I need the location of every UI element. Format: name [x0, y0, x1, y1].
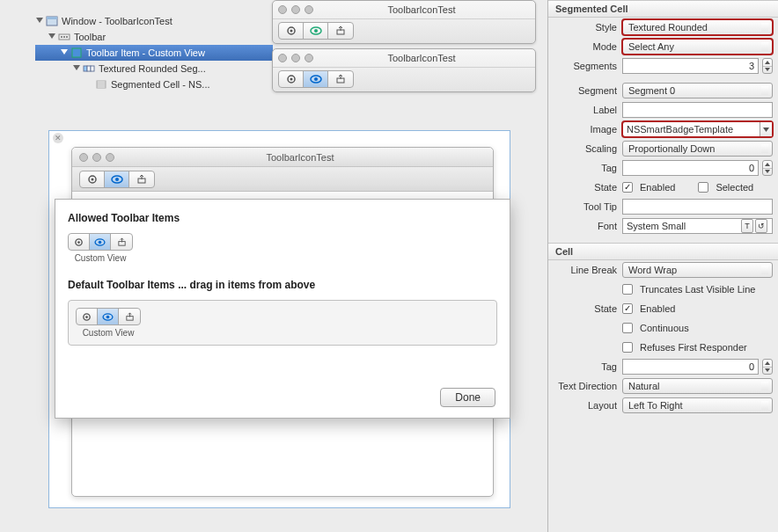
- label-state: State: [554, 182, 622, 193]
- segment-gear[interactable]: [69, 234, 90, 250]
- segment-gear[interactable]: [80, 171, 105, 187]
- customize-toolbar-sheet: Allowed Toolbar Items Custom View Defaul…: [55, 199, 510, 419]
- chevron-down-icon[interactable]: [760, 122, 772, 136]
- svg-point-21: [314, 29, 318, 33]
- tree-row-segmented-cell[interactable]: Segmented Cell - NS...: [35, 77, 273, 92]
- item-caption: Custom View: [68, 253, 133, 263]
- continuous-label: Continuous: [640, 323, 689, 333]
- svg-marker-52: [762, 145, 767, 149]
- svg-marker-3: [48, 33, 55, 39]
- segments-stepper[interactable]: [762, 58, 773, 74]
- layout-popup[interactable]: Left To Right: [622, 397, 773, 413]
- segmented-control[interactable]: [278, 70, 354, 88]
- done-button[interactable]: Done: [440, 388, 495, 407]
- disclosure-triangle-icon[interactable]: [60, 48, 69, 57]
- cell-enabled-checkbox[interactable]: [622, 303, 633, 314]
- svg-point-41: [106, 315, 110, 318]
- refuses-checkbox[interactable]: [622, 342, 633, 353]
- svg-marker-55: [765, 170, 770, 173]
- tag-field[interactable]: [622, 160, 759, 176]
- allowed-heading: Allowed Toolbar Items: [68, 212, 497, 224]
- tree-row-window[interactable]: Window - ToolbarIconTest: [35, 13, 273, 29]
- cell-tag-stepper[interactable]: [762, 359, 773, 375]
- allowed-item[interactable]: [68, 233, 133, 251]
- font-restore-button[interactable]: ↺: [755, 219, 767, 233]
- svg-rect-12: [87, 66, 91, 71]
- segmented-control[interactable]: [278, 22, 354, 40]
- svg-marker-48: [765, 68, 770, 71]
- label-scaling: Scaling: [554, 143, 622, 154]
- window-title: ToolbarIconTest: [313, 53, 530, 63]
- label-mode: Mode: [554, 41, 622, 52]
- toolbar-item-icon: [70, 47, 83, 59]
- segment-popup[interactable]: Segment 0: [622, 83, 773, 98]
- outline-tree: Window - ToolbarIconTest Toolbar Toolbar…: [35, 13, 273, 92]
- svg-marker-53: [762, 149, 767, 152]
- segment-share[interactable]: [328, 71, 353, 87]
- label-field[interactable]: [622, 102, 773, 118]
- selected-checkbox[interactable]: [698, 182, 708, 193]
- disclosure-triangle-icon[interactable]: [72, 64, 81, 73]
- label-tag: Tag: [554, 163, 622, 173]
- label-style: Style: [554, 22, 622, 33]
- tooltip-field[interactable]: [622, 199, 773, 215]
- close-icon[interactable]: ✕: [53, 133, 63, 143]
- label-linebreak: Line Break: [554, 265, 622, 275]
- tag-stepper[interactable]: [762, 160, 773, 176]
- svg-point-34: [77, 241, 80, 244]
- enabled-checkbox[interactable]: [622, 182, 633, 193]
- svg-marker-58: [765, 361, 770, 365]
- tree-row-toolbar[interactable]: Toolbar: [35, 29, 273, 45]
- continuous-checkbox[interactable]: [622, 323, 633, 333]
- refuses-label: Refuses First Responder: [640, 342, 747, 353]
- traffic-lights: [278, 54, 313, 62]
- image-combo[interactable]: NSSmartBadgeTemplate: [622, 121, 773, 137]
- svg-marker-62: [762, 402, 767, 405]
- mode-popup[interactable]: Select Any: [622, 39, 773, 55]
- window-title: ToolbarIconTest: [114, 152, 486, 163]
- svg-point-29: [91, 178, 93, 180]
- textdir-popup[interactable]: Natural: [622, 378, 773, 394]
- tree-label: Window - ToolbarIconTest: [62, 16, 172, 26]
- label-image: Image: [554, 124, 622, 135]
- traffic-lights: [278, 5, 313, 14]
- svg-marker-47: [765, 61, 770, 64]
- style-popup[interactable]: Textured Rounded: [622, 19, 773, 35]
- segment-eye[interactable]: [90, 234, 111, 250]
- cell-tag-field[interactable]: [622, 359, 759, 375]
- segment-gear[interactable]: [279, 23, 304, 39]
- segment-eye[interactable]: [98, 309, 119, 324]
- disclosure-triangle-icon[interactable]: [48, 33, 56, 41]
- segment-eye[interactable]: [304, 71, 328, 87]
- toolbar-icon: [58, 31, 70, 43]
- linebreak-popup[interactable]: Word Wrap: [622, 262, 773, 278]
- svg-marker-45: [762, 43, 767, 47]
- segments-field[interactable]: [622, 58, 759, 74]
- segmented-control[interactable]: [79, 171, 155, 188]
- segment-gear[interactable]: [279, 71, 304, 87]
- section-segmented-cell: Segmented Cell: [548, 0, 778, 18]
- label-segments: Segments: [554, 61, 622, 71]
- segment-share[interactable]: [111, 234, 132, 250]
- truncates-checkbox[interactable]: [622, 284, 633, 295]
- default-box[interactable]: Custom View: [68, 300, 497, 346]
- cell-icon: [95, 78, 107, 91]
- segment-gear[interactable]: [77, 309, 98, 324]
- segment-eye[interactable]: [105, 171, 129, 187]
- scaling-popup[interactable]: Proportionally Down: [622, 141, 773, 157]
- segment-share[interactable]: [119, 309, 140, 324]
- segment-eye[interactable]: [304, 23, 328, 39]
- label-cell-state: State: [554, 303, 622, 314]
- font-panel-button[interactable]: T: [741, 219, 753, 233]
- tree-label: Segmented Cell - NS...: [111, 79, 210, 90]
- disclosure-triangle-icon[interactable]: [35, 17, 44, 26]
- default-item[interactable]: [76, 308, 141, 325]
- tree-row-textured[interactable]: Textured Rounded Seg...: [35, 61, 273, 77]
- svg-rect-7: [66, 36, 68, 38]
- svg-marker-59: [765, 368, 770, 372]
- svg-point-36: [99, 240, 102, 244]
- tree-row-toolbar-item[interactable]: Toolbar Item - Custom View: [35, 45, 273, 61]
- segment-share[interactable]: [328, 23, 353, 39]
- segment-share[interactable]: [129, 171, 154, 187]
- enabled-label: Enabled: [640, 182, 675, 193]
